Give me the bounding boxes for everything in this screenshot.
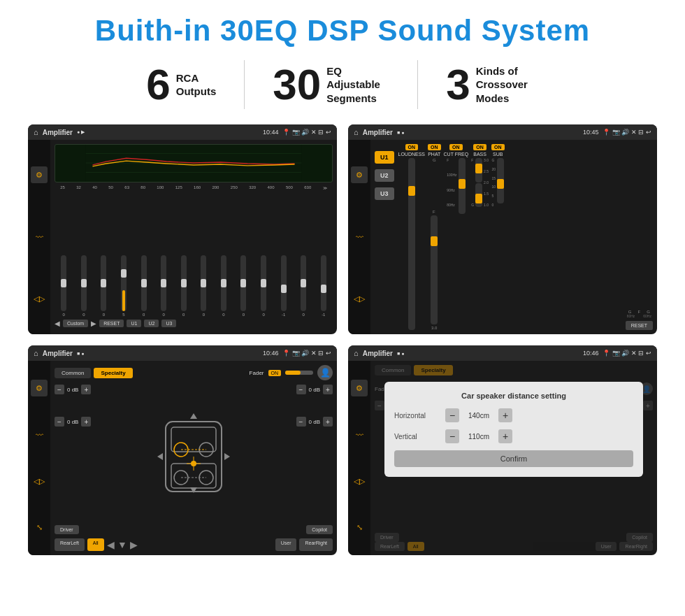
prev-icon[interactable]: ◀ — [55, 320, 60, 327]
dist-horizontal-plus-btn[interactable]: + — [498, 408, 512, 422]
eq-slider-track-4[interactable] — [141, 255, 147, 311]
dist-vertical-minus-btn[interactable]: − — [445, 429, 459, 443]
home-icon-3[interactable]: ⌂ — [34, 349, 38, 357]
dist-all-btn[interactable]: All — [408, 542, 424, 551]
u3-select-btn[interactable]: U3 — [375, 187, 394, 200]
custom-preset[interactable]: Custom — [63, 320, 88, 327]
bass-thumb-1[interactable] — [475, 164, 482, 173]
bass-slider-2[interactable] — [475, 183, 482, 208]
eq-slider-track-0[interactable] — [61, 255, 66, 311]
user-btn[interactable]: User — [275, 538, 297, 551]
eq-thumb-6[interactable] — [181, 279, 187, 287]
dist-db-l1-minus[interactable]: − — [375, 401, 384, 410]
eq-filter-icon[interactable]: ⚙ — [31, 166, 48, 183]
dist-expand-icon[interactable]: ⤡ — [351, 520, 368, 536]
home-icon-1[interactable]: ⌂ — [34, 128, 38, 136]
cutfreq-on[interactable]: ON — [449, 144, 463, 150]
db1-minus-btn[interactable]: − — [55, 385, 64, 394]
cutfreq-thumb[interactable] — [459, 179, 466, 189]
eq-thumb-3[interactable] — [121, 269, 127, 278]
db3-plus-btn[interactable]: + — [323, 385, 333, 394]
eq-thumb-8[interactable] — [221, 279, 226, 287]
dist-user-btn[interactable]: User — [596, 542, 617, 551]
eq-thumb-4[interactable] — [141, 279, 147, 287]
cross-vol-icon[interactable]: ◁▷ — [31, 473, 48, 489]
eq-thumb-0[interactable] — [61, 279, 66, 287]
eq-slider-track-1[interactable] — [81, 255, 87, 311]
dist-filter-icon[interactable]: ⚙ — [351, 380, 368, 396]
eq-slider-track-13[interactable] — [321, 255, 326, 311]
db4-plus-btn[interactable]: + — [323, 417, 333, 427]
db4-minus-btn[interactable]: − — [296, 417, 306, 427]
amp-vol-icon[interactable]: ◁▷ — [351, 291, 368, 308]
cross-filter-icon[interactable]: ⚙ — [31, 380, 48, 396]
dist-tab-common[interactable]: Common — [375, 365, 411, 375]
rearleft-btn[interactable]: RearLeft — [55, 538, 85, 551]
fader-on-badge[interactable]: ON — [268, 370, 282, 376]
loudness-thumb[interactable] — [408, 186, 415, 196]
all-btn[interactable]: All — [87, 538, 104, 551]
u1-btn[interactable]: U1 — [127, 320, 141, 327]
fader-bar[interactable] — [285, 371, 313, 375]
eq-slider-track-5[interactable] — [161, 255, 166, 311]
dist-horizontal-minus-btn[interactable]: − — [445, 408, 459, 422]
driver-btn[interactable]: Driver — [55, 525, 79, 534]
eq-thumb-7[interactable] — [201, 279, 206, 287]
nav-down-arrow[interactable]: ▼ — [117, 539, 127, 550]
copilot-btn[interactable]: Copilot — [306, 525, 333, 534]
eq-thumb-10[interactable] — [261, 279, 266, 287]
dist-rearleft-btn[interactable]: RearLeft — [375, 542, 405, 551]
phat-thumb[interactable] — [431, 236, 438, 246]
db2-minus-btn[interactable]: − — [55, 417, 64, 427]
eq-slider-track-12[interactable] — [301, 255, 306, 311]
eq-volume-icon[interactable]: ◁▷ — [31, 291, 48, 308]
eq-thumb-12[interactable] — [301, 279, 306, 287]
loudness-slider[interactable] — [408, 158, 415, 330]
eq-thumb-9[interactable] — [240, 279, 246, 287]
amp-filter-icon[interactable]: ⚙ — [351, 166, 368, 183]
db1-plus-btn[interactable]: + — [81, 385, 91, 394]
phat-on[interactable]: ON — [428, 144, 441, 150]
eq-thumb-1[interactable] — [81, 279, 87, 287]
dist-driver-btn[interactable]: Driver — [375, 533, 399, 542]
reset-btn[interactable]: RESET — [99, 320, 124, 327]
loudness-on[interactable]: ON — [405, 144, 419, 150]
eq-slider-track-10[interactable] — [261, 255, 266, 311]
amp-wave-icon[interactable]: 〰 — [351, 229, 368, 245]
confirm-button[interactable]: Confirm — [394, 450, 633, 467]
home-icon-4[interactable]: ⌂ — [354, 349, 359, 357]
eq-thumb-13[interactable] — [321, 285, 326, 293]
home-icon-2[interactable]: ⌂ — [354, 128, 359, 136]
sub-thumb[interactable] — [497, 179, 504, 189]
eq-slider-track-9[interactable] — [240, 255, 246, 311]
phat-slider[interactable] — [431, 215, 438, 324]
amp-reset-btn[interactable]: RESET — [626, 321, 653, 330]
cross-wave-icon[interactable]: 〰 — [31, 427, 48, 443]
cross-tab-specialty[interactable]: Specialty — [94, 368, 132, 378]
eq-slider-track-8[interactable] — [221, 255, 226, 311]
sub-on[interactable]: ON — [491, 144, 505, 150]
u1-select-btn[interactable]: U1 — [375, 151, 394, 164]
dist-db-r1-plus[interactable]: + — [643, 401, 653, 410]
u2-btn[interactable]: U2 — [144, 320, 159, 327]
nav-right-arrow[interactable]: ▶ — [130, 539, 138, 550]
db3-minus-btn[interactable]: − — [296, 385, 306, 394]
u2-select-btn[interactable]: U2 — [375, 169, 394, 182]
dist-vertical-plus-btn[interactable]: + — [498, 429, 512, 443]
bass-on[interactable]: ON — [473, 144, 486, 150]
eq-slider-track-7[interactable] — [201, 255, 206, 311]
nav-left-arrow[interactable]: ◀ — [107, 539, 115, 550]
rearright-btn[interactable]: RearRight — [299, 538, 333, 551]
sub-slider[interactable] — [497, 158, 504, 203]
dist-copilot-btn[interactable]: Copilot — [626, 533, 653, 542]
bass-thumb-2[interactable] — [475, 194, 482, 203]
eq-slider-track-3[interactable] — [121, 255, 127, 311]
cutfreq-slider[interactable] — [459, 158, 466, 214]
avatar-icon[interactable]: 👤 — [317, 365, 333, 380]
eq-wave-icon[interactable]: 〰 — [31, 229, 48, 245]
dist-tab-specialty[interactable]: Specialty — [414, 365, 452, 375]
cross-expand-icon[interactable]: ⤡ — [31, 520, 48, 536]
next-icon[interactable]: ▶ — [91, 320, 96, 327]
eq-slider-track-6[interactable] — [181, 255, 187, 311]
eq-thumb-2[interactable] — [101, 279, 106, 287]
